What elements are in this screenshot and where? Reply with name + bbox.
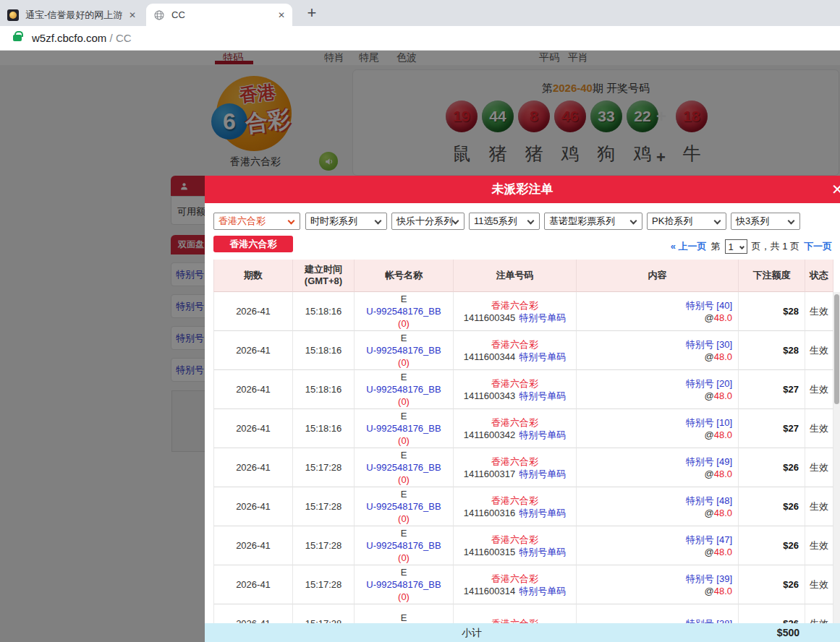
status-value: 生效 — [810, 500, 828, 513]
cell-status: 生效 — [805, 526, 833, 565]
bet-type-link[interactable]: 特别号单码 — [519, 507, 566, 519]
filter-selected-value: 香港六合彩 — [219, 215, 266, 228]
account-prefix: E — [401, 488, 407, 500]
cell-amount: $28 — [739, 331, 805, 370]
bet-pick-link[interactable]: 特别号 [47] — [686, 534, 732, 546]
table-row: 2026-41 15:17:28 E U-992548176_BB (0) 香港… — [213, 565, 833, 604]
amount-value: $27 — [783, 383, 799, 395]
browser-tab-2-active[interactable]: CC ✕ — [146, 4, 292, 26]
odds-value: 48.0 — [714, 390, 732, 402]
header-label: 注单号码 — [496, 270, 534, 281]
bet-pick-link[interactable]: 特别号 [39] — [686, 573, 732, 585]
cell-bet-number: 香港六合彩 1411600316 特别号单码 — [454, 487, 577, 526]
odds-value: 48.0 — [714, 468, 732, 480]
bet-pick-link[interactable]: 特别号 [20] — [686, 377, 732, 390]
table-header-cell: 内容 — [577, 260, 739, 292]
cell-bet-number: 香港六合彩 1411600345 特别号单码 — [454, 292, 577, 331]
close-tab-icon[interactable]: ✕ — [129, 10, 136, 20]
next-page-link[interactable]: 下一页 — [804, 240, 832, 253]
bet-type-link[interactable]: 特别号单码 — [519, 546, 566, 558]
url-bar[interactable]: w5zf.cbcfo.com / CC — [0, 26, 840, 51]
new-tab-button[interactable]: + — [302, 4, 321, 22]
bet-type-link[interactable]: 特别号单码 — [519, 429, 566, 441]
account-link[interactable]: U-992548176_BB — [366, 383, 441, 395]
account-link[interactable]: U-992548176_BB — [366, 500, 441, 513]
page-number-select[interactable]: 1 — [725, 239, 747, 254]
bet-number: 1411600314 — [464, 585, 515, 597]
account-link[interactable]: U-992548176_BB — [366, 305, 441, 317]
lottery-filter-select[interactable]: 香港六合彩 — [213, 213, 300, 230]
cell-issue: 2026-41 — [213, 565, 293, 604]
time-value: 15:17:28 — [305, 578, 342, 591]
bet-type-link[interactable]: 特别号单码 — [519, 468, 566, 480]
chevron-down-icon — [630, 218, 637, 225]
account-prefix: E — [401, 566, 407, 578]
amount-value: $28 — [783, 344, 799, 356]
active-game-button[interactable]: 香港六合彩 — [213, 236, 293, 252]
odds-at-sign: @ — [704, 429, 713, 441]
odds-at-sign: @ — [704, 585, 713, 597]
scrollbar-thumb[interactable] — [834, 294, 839, 404]
account-link[interactable]: U-992548176_BB — [366, 422, 441, 435]
lottery-filter-select[interactable]: 11选5系列 — [469, 213, 540, 230]
account-link[interactable]: U-992548176_BB — [366, 578, 441, 591]
amount-value: $28 — [783, 305, 799, 317]
browser-tab-1[interactable]: 通宝-信誉最好的网上游戏平 ✕ — [0, 4, 143, 26]
browser-tab-strip: 通宝-信誉最好的网上游戏平 ✕ CC ✕ + — [0, 0, 840, 26]
account-count: (0) — [398, 474, 410, 486]
cell-status: 生效 — [805, 292, 833, 331]
table-row: 2026-41 15:17:28 E U-992548176_BB (0) 香港… — [213, 487, 833, 526]
lottery-filter-select[interactable]: 快乐十分系列 — [391, 213, 464, 230]
status-value: 生效 — [810, 461, 828, 474]
status-value: 生效 — [810, 344, 828, 356]
bet-pick-link[interactable]: 特别号 [30] — [686, 338, 732, 351]
lottery-filter-select[interactable]: 时时彩系列 — [305, 213, 387, 230]
cell-time: 15:17:28 — [293, 526, 355, 565]
bet-pick-link[interactable]: 特别号 [40] — [686, 299, 732, 312]
game-name: 香港六合彩 — [491, 573, 538, 585]
bet-pick-link[interactable]: 特别号 [48] — [686, 495, 732, 507]
bet-pick-link[interactable]: 特别号 [49] — [686, 455, 732, 468]
table-row: 2026-41 15:17:28 E U-992548176_BB (0) 香港… — [213, 526, 833, 565]
cell-time: 15:17:28 — [293, 448, 355, 487]
cell-amount: $27 — [739, 370, 805, 409]
odds-at-sign: @ — [704, 507, 713, 519]
cell-status: 生效 — [805, 409, 833, 448]
game-name: 香港六合彩 — [491, 299, 538, 312]
table-row: 2026-41 15:18:16 E U-992548176_BB (0) 香港… — [213, 370, 833, 409]
status-value: 生效 — [810, 305, 828, 317]
issue-value: 2026-41 — [236, 383, 271, 395]
close-tab-icon[interactable]: ✕ — [278, 10, 285, 20]
game-name: 香港六合彩 — [491, 416, 538, 429]
account-link[interactable]: U-992548176_BB — [366, 344, 441, 356]
bet-type-link[interactable]: 特别号单码 — [519, 312, 566, 324]
cell-content: 特别号 [48] @ 48.0 — [577, 487, 739, 526]
filter-selected-value: PK拾系列 — [652, 215, 692, 228]
account-count: (0) — [398, 317, 410, 330]
table-header-cell: 注单号码 — [454, 260, 577, 292]
bet-type-link[interactable]: 特别号单码 — [519, 585, 566, 597]
table-header-cell: 下注额度 — [739, 260, 805, 292]
prev-page-link[interactable]: « 上一页 — [671, 240, 707, 253]
account-prefix: E — [401, 527, 407, 539]
account-link[interactable]: U-992548176_BB — [366, 539, 441, 552]
bet-number: 1411600343 — [464, 390, 515, 402]
cell-account: E U-992548176_BB (0) — [355, 331, 454, 370]
filter-selected-value: 11选5系列 — [474, 215, 517, 228]
bet-type-link[interactable]: 特别号单码 — [519, 390, 566, 402]
filter-selected-value: 基诺型彩票系列 — [549, 215, 615, 228]
cell-bet-number: 香港六合彩 1411600317 特别号单码 — [454, 448, 577, 487]
status-value: 生效 — [810, 578, 828, 591]
cell-account: E U-992548176_BB (0) — [355, 487, 454, 526]
account-link[interactable]: U-992548176_BB — [366, 461, 441, 474]
table-scrollbar[interactable] — [833, 292, 840, 642]
bet-number: 1411600317 — [464, 468, 515, 480]
page-number-value: 1 — [729, 241, 734, 252]
chevron-down-icon — [527, 218, 535, 225]
lottery-filter-select[interactable]: PK拾系列 — [647, 213, 726, 230]
lottery-filter-select[interactable]: 基诺型彩票系列 — [544, 213, 642, 230]
bet-pick-link[interactable]: 特别号 [10] — [686, 416, 732, 429]
lottery-filter-select[interactable]: 快3系列 — [731, 213, 800, 230]
bet-type-link[interactable]: 特别号单码 — [519, 351, 566, 363]
header-label: 下注额度 — [753, 270, 791, 281]
